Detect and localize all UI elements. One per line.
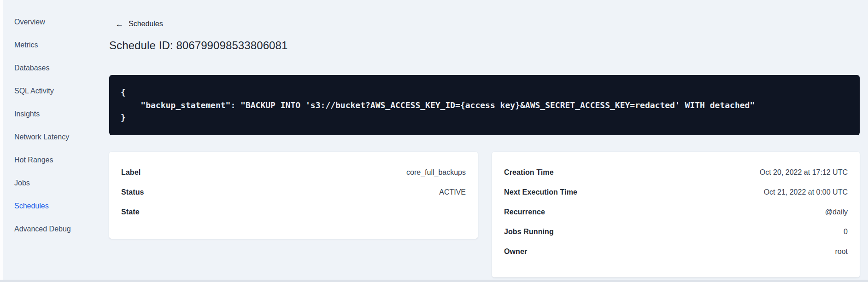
sidebar-item-overview[interactable]: Overview [0,11,92,34]
back-to-schedules-link[interactable]: ← Schedules [115,20,163,28]
back-link-label: Schedules [129,20,163,28]
sidebar-nav: Overview Metrics Databases SQL Activity … [0,11,92,241]
sidebar-item-metrics[interactable]: Metrics [0,34,92,57]
row-label: Status [121,188,144,196]
schedule-summary-card: Label core_full_backups Status ACTIVE St… [109,152,478,239]
code-line-open-brace: { [121,86,848,99]
back-arrow-icon: ← [115,20,123,28]
row-label: Owner [504,247,527,256]
detail-row-status: Status ACTIVE [121,182,466,202]
detail-row-recurrence: Recurrence @daily [504,202,848,222]
row-value: Oct 20, 2022 at 17:12 UTC [760,168,848,177]
row-value: ACTIVE [439,188,466,196]
detail-row-owner: Owner root [504,242,848,261]
page-title: Schedule ID: 806799098533806081 [109,39,287,52]
window-bottom-edge [0,280,868,282]
sidebar-item-sql-activity[interactable]: SQL Activity [0,80,92,103]
row-label: Jobs Running [504,228,554,236]
row-label: Creation Time [504,168,554,177]
schedule-timing-card: Creation Time Oct 20, 2022 at 17:12 UTC … [492,152,860,277]
code-line-backup-statement: "backup_statement": "BACKUP INTO 's3://b… [121,99,848,112]
sidebar-item-network-latency[interactable]: Network Latency [0,126,92,149]
detail-row-creation-time: Creation Time Oct 20, 2022 at 17:12 UTC [504,162,848,182]
row-label: Label [121,168,141,177]
backup-statement-code-block: { "backup_statement": "BACKUP INTO 's3:/… [109,75,860,135]
row-value: Oct 21, 2022 at 0:00 UTC [764,188,848,196]
sidebar-item-hot-ranges[interactable]: Hot Ranges [0,149,92,172]
code-line-close-brace: } [121,111,848,124]
detail-row-state: State [121,202,466,222]
row-value: 0 [844,228,848,236]
sidebar-item-databases[interactable]: Databases [0,57,92,80]
sidebar-item-advanced-debug[interactable]: Advanced Debug [0,218,92,241]
sidebar-item-jobs[interactable]: Jobs [0,172,92,195]
row-value: @daily [825,208,848,216]
detail-row-jobs-running: Jobs Running 0 [504,222,848,242]
row-label: State [121,208,140,216]
row-value: core_full_backups [406,168,466,177]
sidebar-item-schedules[interactable]: Schedules [0,195,92,218]
row-label: Next Execution Time [504,188,577,196]
detail-row-next-execution-time: Next Execution Time Oct 21, 2022 at 0:00… [504,182,848,202]
row-label: Recurrence [504,208,545,216]
row-value: root [835,247,848,256]
sidebar-item-insights[interactable]: Insights [0,103,92,126]
detail-row-label: Label core_full_backups [121,162,466,182]
